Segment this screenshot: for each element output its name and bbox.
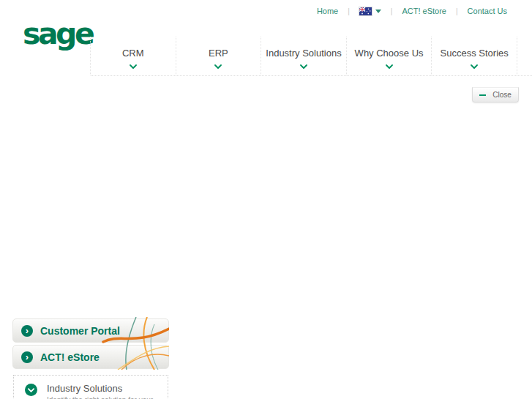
chevron-down-icon [471,64,478,69]
customer-portal-button[interactable]: › Customer Portal [12,318,169,343]
nav-label: Why Choose Us [347,48,432,59]
industry-solutions-card[interactable]: Industry Solutions Identify the right so… [13,375,168,399]
minus-icon [479,94,486,96]
nav-label: CRM [91,48,176,59]
industry-text-block: Industry Solutions Identify the right so… [47,383,168,399]
industry-title: Industry Solutions [47,383,168,394]
chevron-down-icon [300,64,307,69]
sage-logo[interactable]: sage [23,19,92,49]
close-label: Close [492,91,512,99]
nav-divider [91,75,532,76]
promo-label: ACT! eStore [40,351,100,363]
chevron-down-circle-icon [25,384,37,396]
arrow-right-icon: › [21,351,33,363]
divider: | [456,7,458,15]
divider: | [391,7,393,15]
act-estore-link[interactable]: ACT! eStore [402,7,446,15]
nav-label: Success Stories [432,48,517,59]
nav-item-industry-solutions[interactable]: Industry Solutions [261,37,346,75]
language-selector[interactable] [359,7,381,15]
chevron-down-icon [375,10,381,13]
act-estore-button[interactable]: › ACT! eStore [12,345,169,369]
promo-panel: › Customer Portal › ACT! eStore [12,318,169,371]
nav-item-crm[interactable]: CRM [90,37,176,75]
nav-item-erp[interactable]: ERP [176,37,261,75]
industry-subtitle: Identify the right solution for your bus… [47,396,168,399]
chevron-down-icon [214,64,222,69]
promo-label: Customer Portal [40,325,120,337]
chevron-down-icon [130,64,137,69]
contact-us-link[interactable]: Contact Us [468,7,507,15]
nav-item-success-stories[interactable]: Success Stories [431,37,517,75]
utility-bar: Home | | ACT! eStore | Contact Us [317,7,507,15]
chevron-down-icon [386,64,393,69]
nav-label: ERP [176,48,261,59]
close-panel-button[interactable]: Close [472,87,519,102]
divider: | [348,7,350,15]
arrow-right-icon: › [21,325,33,337]
home-link[interactable]: Home [317,7,338,15]
australia-flag-icon [359,7,372,15]
nav-item-why-choose-us[interactable]: Why Choose Us [346,37,432,75]
nav-label: Industry Solutions [261,48,346,59]
main-nav: CRM ERP Industry Solutions Why Choose Us… [90,37,517,75]
